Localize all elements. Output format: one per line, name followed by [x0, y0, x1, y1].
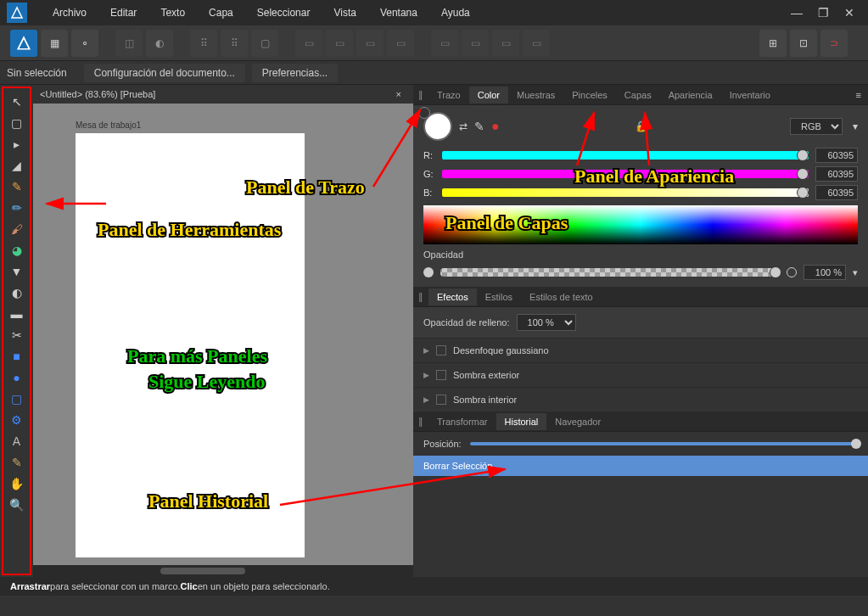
- node-tool-icon[interactable]: ▸: [6, 134, 28, 154]
- tab-navegador[interactable]: Navegador: [546, 413, 609, 430]
- tab-estilos-texto[interactable]: Estilos de texto: [521, 288, 602, 305]
- history-item[interactable]: Borrar Selección: [413, 456, 868, 476]
- tab-estilos[interactable]: Estilos: [477, 288, 521, 305]
- eyedropper-icon[interactable]: ✎: [474, 120, 484, 133]
- shape-tool-icon[interactable]: ■: [6, 346, 28, 366]
- arrange2-icon[interactable]: ▭: [462, 30, 489, 57]
- mode-dropdown-icon[interactable]: ▾: [853, 120, 858, 132]
- tab-apariencia[interactable]: Apariencia: [660, 87, 721, 104]
- pencil-tool-icon[interactable]: ✏: [6, 198, 28, 217]
- align3-icon[interactable]: ▭: [356, 30, 384, 57]
- expand-icon[interactable]: ▶: [423, 371, 429, 379]
- align4-icon[interactable]: ▭: [387, 30, 414, 57]
- color-dot-icon[interactable]: ●: [491, 119, 500, 134]
- artboard[interactable]: [76, 133, 305, 557]
- crop-tool-icon[interactable]: ✂: [6, 325, 28, 344]
- opacity-dropdown-icon[interactable]: ▾: [853, 267, 858, 278]
- tab-transformar[interactable]: Transformar: [428, 413, 496, 430]
- fx-checkbox[interactable]: [436, 370, 446, 380]
- magnet-icon[interactable]: ⊃: [820, 30, 848, 57]
- tab-pinceles[interactable]: Pinceles: [563, 87, 616, 104]
- canvas[interactable]: Mesa de trabajo1: [33, 104, 413, 565]
- g-slider[interactable]: [442, 170, 809, 178]
- menu-capa[interactable]: Capa: [197, 3, 245, 22]
- option-icon[interactable]: ⊡: [790, 30, 817, 57]
- menu-archivo[interactable]: Archivo: [41, 3, 98, 22]
- lock-icon[interactable]: 🔒: [635, 120, 647, 132]
- blur-icon[interactable]: ◐: [146, 30, 173, 57]
- panel-menu-icon[interactable]: ≡: [849, 90, 868, 100]
- panel-toggle-icon[interactable]: ‖: [413, 89, 428, 100]
- eyedropper-tool-icon[interactable]: ✎: [6, 452, 28, 472]
- gear-tool-icon[interactable]: ⚙: [6, 410, 28, 429]
- hist-toggle-icon[interactable]: ‖: [413, 416, 428, 427]
- corner-tool-icon[interactable]: ◢: [6, 155, 28, 175]
- horizontal-scrollbar[interactable]: [33, 565, 413, 577]
- menu-editar[interactable]: Editar: [98, 3, 148, 22]
- tab-inventario[interactable]: Inventario: [721, 87, 779, 104]
- prefs-button[interactable]: Preferencias...: [252, 64, 338, 82]
- artboard-tool-icon[interactable]: ▢: [6, 113, 28, 132]
- fill-opacity-select[interactable]: 100 %: [517, 314, 576, 331]
- position-slider[interactable]: [470, 442, 858, 445]
- cube-icon[interactable]: ◫: [115, 30, 143, 57]
- fx-outer-shadow[interactable]: ▶ Sombra exterior: [413, 362, 868, 387]
- menu-vista[interactable]: Vista: [322, 3, 367, 22]
- brush-tool-icon[interactable]: 🖌: [6, 219, 28, 238]
- fx-checkbox[interactable]: [436, 395, 446, 405]
- color-mode-select[interactable]: RGB: [790, 118, 843, 135]
- text-tool-icon[interactable]: A: [6, 431, 28, 451]
- fill-swatch[interactable]: [423, 112, 452, 141]
- gradient-tool-icon[interactable]: ▬: [6, 304, 28, 323]
- menu-seleccionar[interactable]: Seleccionar: [245, 3, 322, 22]
- close-icon[interactable]: ✕: [844, 6, 854, 20]
- move-tool-icon[interactable]: ↖: [6, 92, 28, 111]
- menu-texto[interactable]: Texto: [148, 3, 197, 22]
- fill-tool-icon[interactable]: ▼: [6, 261, 28, 281]
- share-icon[interactable]: ⚬: [71, 30, 98, 57]
- swap-icon[interactable]: ⇄: [459, 120, 468, 132]
- palette-tool-icon[interactable]: ◕: [6, 240, 28, 260]
- align2-icon[interactable]: ▭: [326, 30, 353, 57]
- maximize-icon[interactable]: ❐: [818, 6, 829, 20]
- hand-tool-icon[interactable]: ✋: [6, 473, 28, 493]
- close-document-icon[interactable]: ×: [391, 89, 406, 99]
- transform-icon[interactable]: ▢: [251, 30, 278, 57]
- opacity-slider[interactable]: [440, 268, 780, 277]
- menu-ventana[interactable]: Ventana: [368, 3, 429, 22]
- rounded-tool-icon[interactable]: ▢: [6, 389, 28, 408]
- color-spectrum[interactable]: [423, 205, 858, 244]
- document-tab[interactable]: <Untitled> (83.6%) [Prueba] ×: [33, 85, 413, 104]
- dots2-icon[interactable]: ⠿: [221, 30, 248, 57]
- fx-inner-shadow[interactable]: ▶ Sombra interior: [413, 387, 868, 412]
- r-slider[interactable]: [442, 151, 809, 160]
- fx-checkbox[interactable]: [436, 345, 446, 356]
- arrange1-icon[interactable]: ▭: [431, 30, 458, 57]
- grid2-icon[interactable]: ⊞: [759, 30, 787, 57]
- menu-ayuda[interactable]: Ayuda: [429, 3, 482, 22]
- pen-tool-icon[interactable]: ✎: [6, 176, 28, 196]
- grid-icon[interactable]: ▦: [41, 30, 68, 57]
- g-value[interactable]: 60395: [815, 166, 858, 182]
- tab-color[interactable]: Color: [469, 87, 508, 104]
- tab-capas[interactable]: Capas: [616, 87, 660, 104]
- opacity-value[interactable]: 100 %: [804, 265, 846, 280]
- zoom-tool-icon[interactable]: 🔍: [6, 495, 28, 514]
- expand-icon[interactable]: ▶: [423, 346, 429, 355]
- align1-icon[interactable]: ▭: [295, 30, 322, 57]
- fx-toggle-icon[interactable]: ‖: [413, 291, 428, 302]
- dots-icon[interactable]: ⠿: [190, 30, 217, 57]
- tab-muestras[interactable]: Muestras: [508, 87, 563, 104]
- minimize-icon[interactable]: —: [791, 6, 803, 20]
- fx-gaussian-blur[interactable]: ▶ Desenfoque gaussiano: [413, 338, 868, 362]
- arrange4-icon[interactable]: ▭: [523, 30, 550, 57]
- doc-config-button[interactable]: Configuración del documento...: [84, 64, 245, 82]
- tab-trazo[interactable]: Trazo: [428, 87, 469, 104]
- ellipse-tool-icon[interactable]: ●: [6, 367, 28, 387]
- tab-efectos[interactable]: Efectos: [428, 288, 477, 305]
- transparency-tool-icon[interactable]: ◐: [6, 283, 28, 302]
- b-value[interactable]: 60395: [815, 185, 858, 200]
- arrange3-icon[interactable]: ▭: [492, 30, 519, 57]
- r-value[interactable]: 60395: [815, 148, 858, 163]
- tab-historial[interactable]: Historial: [496, 413, 547, 430]
